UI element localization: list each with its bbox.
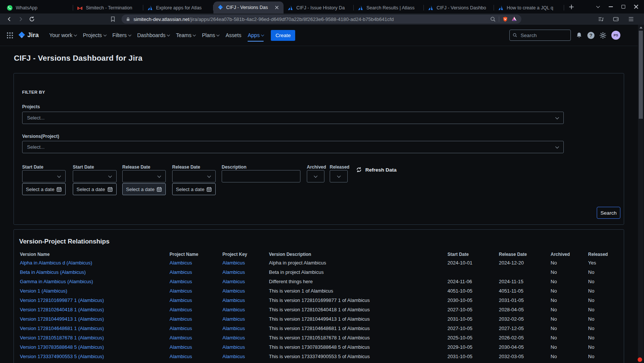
nav-item-assets[interactable]: Assets bbox=[225, 30, 241, 41]
app-switcher-button[interactable] bbox=[5, 31, 14, 40]
cell-key[interactable]: Alambicus bbox=[222, 260, 269, 266]
browser-tab[interactable]: How to create a JQL q bbox=[494, 2, 564, 13]
atlassian-icon bbox=[498, 5, 504, 11]
page-scrollbar[interactable] bbox=[638, 25, 644, 363]
cell-name[interactable]: Version 1 (Alambicus) bbox=[20, 288, 170, 294]
cell-key[interactable]: Alambicus bbox=[222, 344, 269, 350]
cell-project[interactable]: Alambicus bbox=[170, 269, 222, 275]
browser-tab[interactable]: Simitech - Termination bbox=[73, 2, 143, 13]
start-date-1-picker[interactable]: Select a date bbox=[22, 183, 66, 195]
browser-tab[interactable]: CIFJ - Versions Das bbox=[213, 1, 284, 13]
bookmark-button[interactable] bbox=[108, 14, 118, 24]
cell-key[interactable]: Alambicus bbox=[222, 326, 269, 331]
browser-tab[interactable]: CIFJ - Issue History Da bbox=[284, 2, 354, 13]
close-window-button[interactable] bbox=[630, 0, 642, 13]
tab-search-chevron-icon[interactable] bbox=[591, 0, 604, 13]
cell-project[interactable]: Alambicus bbox=[170, 344, 222, 350]
cell-project[interactable]: Alambicus bbox=[170, 297, 222, 303]
browser-menu-button[interactable] bbox=[626, 14, 636, 24]
release-date-2-picker[interactable]: Select a date bbox=[172, 183, 216, 195]
release-date-1-picker[interactable]: Select a date bbox=[122, 183, 166, 195]
cell-name[interactable]: Version 1733374900553 5 (Alambicus) bbox=[20, 354, 170, 359]
jira-home-link[interactable]: Jira bbox=[17, 31, 39, 39]
nav-item-plans[interactable]: Plans bbox=[202, 30, 219, 41]
maximize-button[interactable] bbox=[617, 0, 630, 13]
cell-name[interactable]: Alpha in Alambicus d (Alambicus) bbox=[20, 260, 170, 266]
cell-project[interactable]: Alambicus bbox=[170, 307, 222, 312]
cell-project[interactable]: Alambicus bbox=[170, 316, 222, 322]
cell-name[interactable]: Version 1728104499413 1 (Alambicus) bbox=[20, 316, 170, 322]
cell-key[interactable]: Alambicus bbox=[222, 288, 269, 294]
nav-item-your-work[interactable]: Your work bbox=[49, 30, 77, 41]
browser-tab[interactable]: WhatsApp bbox=[3, 2, 73, 13]
cell-start: 2027-10-05 bbox=[447, 307, 499, 312]
nav-item-filters[interactable]: Filters bbox=[113, 30, 131, 41]
versions-label: Versions(Project) bbox=[22, 134, 59, 139]
cell-name[interactable]: Version 1728102640418 1 (Alambicus) bbox=[20, 307, 170, 312]
release-date-1-select[interactable] bbox=[122, 170, 166, 182]
create-button[interactable]: Create bbox=[271, 30, 295, 41]
playlist-button[interactable] bbox=[596, 14, 606, 24]
tab-title: CIFJ - Versions Dashbo bbox=[437, 5, 490, 10]
cell-key[interactable]: Alambicus bbox=[222, 335, 269, 341]
cell-name[interactable]: Version 1728105187678 1 (Alambicus) bbox=[20, 335, 170, 341]
cell-key[interactable]: Alambicus bbox=[222, 354, 269, 359]
brave-rewards-icon[interactable] bbox=[511, 16, 517, 22]
projects-select[interactable]: Select... bbox=[22, 112, 564, 124]
cell-key[interactable]: Alambicus bbox=[222, 307, 269, 312]
filter-panel: FILTER BY Projects Select... Versions(Pr… bbox=[14, 73, 624, 225]
cell-name[interactable]: Gamma in Alambicus (Alambicus) bbox=[20, 279, 170, 284]
nav-item-label: Teams bbox=[176, 32, 191, 38]
filter-search-button[interactable]: Search bbox=[597, 207, 620, 219]
nav-item-apps[interactable]: Apps bbox=[248, 30, 264, 41]
jira-search-box[interactable] bbox=[509, 30, 571, 41]
cell-name[interactable]: Beta in Alambicus (Alambicus) bbox=[20, 269, 170, 275]
cell-key[interactable]: Alambicus bbox=[222, 269, 269, 275]
brave-shield-icon[interactable] bbox=[502, 16, 508, 22]
refresh-data-button[interactable]: Refresh Data bbox=[356, 165, 396, 175]
start-date-1-select[interactable] bbox=[22, 170, 66, 182]
tab-close-icon[interactable] bbox=[274, 4, 280, 10]
browser-tab[interactable]: CIFJ - Versions Dashbo bbox=[424, 2, 494, 13]
release-date-2-select[interactable] bbox=[172, 170, 216, 182]
cell-key[interactable]: Alambicus bbox=[222, 279, 269, 284]
cell-name[interactable]: Version 1728104648681 1 (Alambicus) bbox=[20, 326, 170, 331]
cell-project[interactable]: Alambicus bbox=[170, 279, 222, 284]
cell-key[interactable]: Alambicus bbox=[222, 316, 269, 322]
help-button[interactable]: ? bbox=[587, 32, 594, 39]
cell-project[interactable]: Alambicus bbox=[170, 288, 222, 294]
tab-title: Simitech - Termination bbox=[86, 5, 140, 10]
reload-button[interactable] bbox=[27, 14, 37, 24]
cell-project[interactable]: Alambicus bbox=[170, 354, 222, 359]
scrollbar-thumb[interactable] bbox=[639, 31, 643, 119]
cell-name[interactable]: Version 1730783588648 5 (Alambicus) bbox=[20, 344, 170, 350]
browser-tab[interactable]: Search Results | Atlass bbox=[354, 2, 424, 13]
nav-item-teams[interactable]: Teams bbox=[176, 30, 195, 41]
archived-select[interactable] bbox=[307, 170, 324, 182]
released-select[interactable] bbox=[330, 170, 348, 182]
cell-key[interactable]: Alambicus bbox=[222, 297, 269, 303]
notifications-button[interactable] bbox=[576, 32, 582, 39]
forward-button[interactable] bbox=[16, 14, 26, 24]
back-button[interactable] bbox=[5, 14, 14, 24]
description-input[interactable] bbox=[222, 170, 300, 182]
plus-icon bbox=[569, 4, 574, 10]
nav-item-dashboards[interactable]: Dashboards bbox=[137, 30, 170, 41]
cell-project[interactable]: Alambicus bbox=[170, 260, 222, 266]
wallet-button[interactable] bbox=[611, 14, 621, 24]
start-date-2-select[interactable] bbox=[73, 170, 117, 182]
user-avatar[interactable]: PS bbox=[611, 31, 620, 40]
search-in-page-icon[interactable] bbox=[490, 16, 496, 22]
minimize-button[interactable] bbox=[604, 0, 617, 13]
address-bar[interactable]: simitech-dev.atlassian.net /jira/apps/26… bbox=[122, 15, 521, 24]
new-tab-button[interactable] bbox=[565, 1, 578, 12]
versions-select[interactable]: Select... bbox=[22, 141, 564, 153]
cell-name[interactable]: Version 1728101699877 1 (Alambicus) bbox=[20, 297, 170, 303]
start-date-2-picker[interactable]: Select a date bbox=[73, 183, 117, 195]
nav-item-projects[interactable]: Projects bbox=[83, 30, 106, 41]
search-input[interactable] bbox=[520, 32, 567, 39]
cell-project[interactable]: Alambicus bbox=[170, 335, 222, 341]
settings-button[interactable] bbox=[599, 32, 606, 39]
browser-tab[interactable]: Explore apps for Atlas bbox=[143, 2, 213, 13]
cell-project[interactable]: Alambicus bbox=[170, 326, 222, 331]
